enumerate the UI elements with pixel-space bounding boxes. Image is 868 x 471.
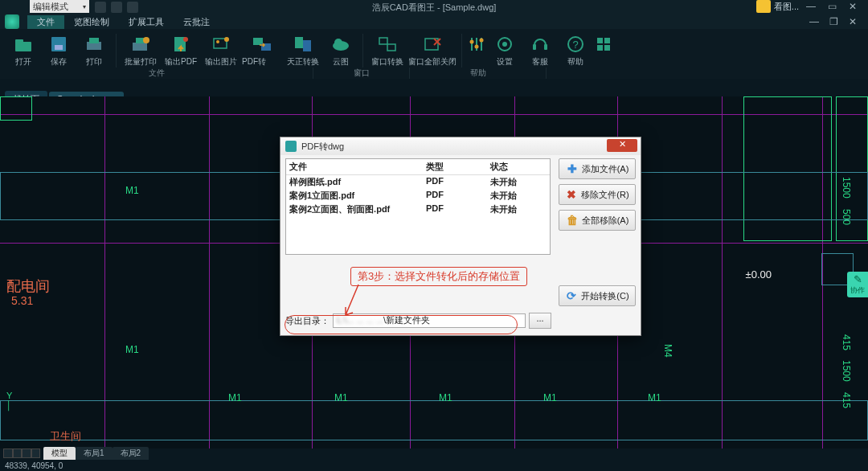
qat-icon-2[interactable]	[111, 2, 122, 13]
batch-print-button[interactable]: 批量打印	[121, 32, 160, 69]
svg-rect-32	[597, 38, 603, 43]
cloud-drawing-button[interactable]: 云图	[324, 32, 358, 69]
menu-file[interactable]: 文件	[27, 15, 64, 29]
col-type: 类型	[426, 161, 490, 173]
browse-button[interactable]: ...	[529, 313, 551, 329]
file-list[interactable]: 文件 类型 状态 样例图纸.pdfPDF未开始 案例1立面图.pdfPDF未开始…	[285, 158, 551, 255]
dialog-title: PDF转dwg	[301, 141, 344, 153]
svg-rect-28	[533, 44, 536, 50]
annotation-step3: 第3步：选择文件转化后的存储位置	[350, 267, 527, 286]
svg-rect-33	[604, 38, 610, 43]
file-row[interactable]: 样例图纸.pdfPDF未开始	[286, 175, 550, 189]
child-close-button[interactable]: ✕	[844, 15, 862, 28]
output-dir-input[interactable]: L:\... ... ... ...\新建文件夹	[333, 313, 526, 328]
svg-rect-3	[55, 45, 63, 50]
quick-access-toolbar	[95, 2, 138, 13]
svg-rect-5	[89, 38, 99, 43]
sliders-icon	[466, 34, 487, 55]
col-file: 文件	[289, 161, 426, 173]
close-button[interactable]: ✕	[844, 0, 862, 13]
mode-select-label: 编辑模式	[33, 1, 68, 13]
ribbon-group-help: 帮助	[410, 68, 547, 79]
window-close-all-icon	[422, 34, 443, 55]
elevation-label: ±0.00	[746, 268, 772, 281]
output-dir-label: 导出目录：	[285, 315, 330, 327]
svg-rect-34	[597, 45, 603, 51]
pdf-to-dwg-dialog: PDF转dwg ✕ 文件 类型 状态 样例图纸.pdfPDF未开始 案例1立面图…	[280, 137, 641, 336]
svg-rect-17	[303, 40, 311, 51]
x-icon: ✖	[565, 188, 578, 201]
layout-tab-model[interactable]: 模型	[43, 447, 76, 460]
remove-all-button[interactable]: 🗑全部移除(A)	[559, 210, 636, 231]
room-area: 5.31	[11, 294, 33, 307]
help-button[interactable]: ?帮助	[559, 32, 592, 69]
menu-draw[interactable]: 览图绘制	[64, 15, 119, 29]
plus-icon: ✚	[566, 162, 579, 175]
user-name: 看图...	[774, 1, 799, 13]
svg-rect-7	[136, 38, 144, 43]
minimize-button[interactable]: —	[802, 0, 820, 13]
print-icon	[84, 34, 104, 55]
export-image-button[interactable]: 输出图片	[202, 32, 240, 69]
ribbon-group-window: 窗口	[313, 68, 410, 79]
menu-tools[interactable]: 扩展工具	[119, 15, 174, 29]
export-pdf-button[interactable]: 输出PDF	[162, 32, 200, 69]
file-row[interactable]: 案例1立面图.pdfPDF未开始	[286, 189, 550, 203]
print-button[interactable]: 打印	[77, 32, 111, 69]
window-close-all-button[interactable]: 窗口全部关闭	[408, 32, 457, 69]
svg-point-23	[470, 40, 474, 44]
maximize-button[interactable]: ▭	[823, 0, 841, 13]
add-file-button[interactable]: ✚添加文件(A)	[559, 158, 636, 179]
support-button[interactable]: 客服	[523, 32, 557, 69]
room-label: 配电间	[6, 276, 50, 296]
layout-tab-1[interactable]: 布局1	[76, 447, 113, 460]
save-button[interactable]: 保存	[42, 32, 76, 69]
dialog-close-button[interactable]: ✕	[607, 139, 637, 152]
tianzheng-button[interactable]: 天正转换	[284, 32, 322, 69]
open-button[interactable]: 打开	[6, 32, 40, 69]
app-logo-icon	[5, 14, 19, 29]
grid-button[interactable]	[594, 32, 613, 56]
qat-icon-1[interactable]	[95, 2, 106, 13]
menu-cloud[interactable]: 云批注	[174, 15, 219, 29]
ucs-y-icon: Y│	[6, 391, 12, 410]
side-widget-collab[interactable]: ✎ 协作	[847, 272, 868, 297]
mode-select[interactable]: 编辑模式 ▾	[30, 0, 89, 13]
file-row[interactable]: 案例2立面图、剖面图.pdfPDF未开始	[286, 203, 550, 216]
viewport-controls[interactable]	[3, 448, 40, 458]
image-export-icon	[211, 34, 231, 55]
refresh-icon: ⟳	[565, 289, 578, 302]
layout-tab-2[interactable]: 布局2	[113, 447, 149, 460]
settings-button[interactable]: 设置	[488, 32, 522, 69]
svg-rect-35	[604, 45, 610, 51]
trash-icon: 🗑	[566, 214, 579, 227]
pdf-to-cad-icon	[252, 34, 272, 55]
svg-point-13	[224, 37, 229, 42]
folder-open-icon	[13, 34, 34, 55]
start-convert-button[interactable]: ⟳开始转换(C)	[559, 285, 636, 306]
sliders-button[interactable]	[467, 32, 486, 56]
grid-icon	[593, 34, 614, 55]
save-icon	[48, 34, 69, 55]
svg-point-24	[475, 45, 479, 49]
qat-icon-3[interactable]	[127, 2, 138, 13]
pdf-export-icon	[170, 34, 191, 55]
svg-point-10	[183, 37, 188, 42]
dialog-icon	[285, 141, 297, 152]
svg-rect-21	[387, 44, 395, 51]
user-avatar[interactable]	[756, 0, 771, 13]
svg-rect-6	[133, 43, 147, 51]
remove-file-button[interactable]: ✖移除文件(R)	[559, 184, 636, 205]
svg-point-25	[480, 39, 484, 43]
status-coords: 48339, 40954, 0	[5, 461, 63, 470]
window-switch-button[interactable]: 窗口转换	[368, 32, 407, 69]
svg-rect-29	[544, 44, 547, 50]
chevron-down-icon: ▾	[83, 3, 86, 10]
child-minimize-button[interactable]: —	[805, 15, 823, 28]
child-restore-button[interactable]: ❐	[825, 15, 842, 28]
svg-point-19	[334, 39, 342, 47]
col-status: 状态	[490, 161, 538, 173]
convert-icon	[293, 34, 313, 55]
svg-point-12	[216, 40, 219, 43]
svg-point-8	[143, 37, 149, 43]
